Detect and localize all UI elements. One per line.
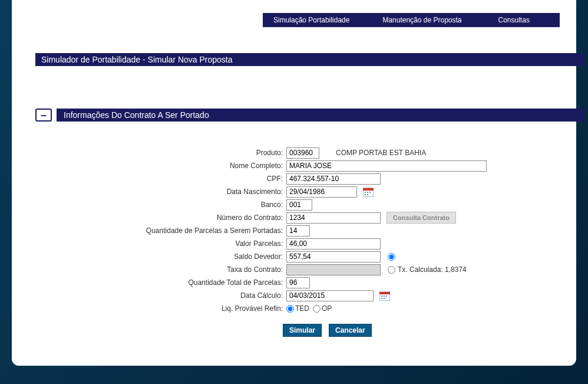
radio-tx-calculada-wrap[interactable]: Tx. Calculada: 1,8374 bbox=[388, 265, 467, 274]
radio-ted-wrap[interactable]: TED bbox=[286, 304, 309, 313]
label-num-contrato: Número do Contrato: bbox=[35, 214, 286, 222]
section-header: – Informações Do Contrato A Ser Portado bbox=[35, 108, 584, 122]
radio-tx-calculada[interactable] bbox=[388, 266, 395, 274]
input-saldo-devedor[interactable] bbox=[286, 251, 381, 262]
input-produto[interactable] bbox=[286, 147, 319, 159]
radio-saldo-devedor-option[interactable] bbox=[388, 253, 398, 261]
label-valor-parcelas: Valor Parcelas: bbox=[35, 239, 286, 248]
svg-rect-13 bbox=[384, 298, 385, 299]
label-produto: Produto: bbox=[35, 149, 286, 157]
svg-rect-1 bbox=[363, 188, 374, 191]
svg-rect-9 bbox=[381, 296, 382, 297]
svg-rect-11 bbox=[386, 296, 387, 297]
tx-calculada-label: Tx. Calculada: 1,8374 bbox=[398, 265, 467, 274]
input-num-contrato[interactable] bbox=[286, 212, 381, 224]
input-cpf[interactable] bbox=[286, 173, 381, 185]
produto-desc: COMP PORTAB EST BAHIA bbox=[336, 149, 426, 157]
input-data-nasc[interactable] bbox=[286, 186, 357, 198]
label-liq-provavel: Liq. Provável Refin: bbox=[35, 304, 286, 313]
liq-refin-group: TED OP bbox=[286, 304, 335, 313]
input-data-calculo[interactable] bbox=[286, 290, 374, 301]
cancelar-button[interactable]: Cancelar bbox=[329, 324, 372, 337]
radio-op[interactable] bbox=[313, 305, 321, 313]
svg-rect-3 bbox=[367, 192, 368, 193]
radio-saldo-devedor[interactable] bbox=[388, 253, 395, 261]
collapse-toggle[interactable]: – bbox=[35, 109, 52, 122]
radio-op-label: OP bbox=[322, 304, 332, 313]
input-taxa-contrato bbox=[286, 264, 381, 275]
input-valor-parcelas[interactable] bbox=[286, 238, 381, 250]
input-nome[interactable] bbox=[286, 160, 487, 172]
radio-ted-label: TED bbox=[295, 304, 309, 313]
form-area: Produto: COMP PORTAB EST BAHIA Nome Comp… bbox=[35, 146, 566, 315]
input-qtd-total-parcelas[interactable] bbox=[286, 277, 310, 288]
content-panel: Simulação Portabilidade Manutenção de Pr… bbox=[12, 0, 576, 366]
radio-ted[interactable] bbox=[286, 305, 294, 313]
label-banco: Banco: bbox=[35, 201, 286, 209]
simular-button[interactable]: Simular bbox=[283, 324, 322, 337]
label-data-calculo: Data Cálculo: bbox=[35, 291, 286, 300]
page-title: Simulador de Portabilidade - Simular Nov… bbox=[35, 53, 584, 66]
svg-rect-10 bbox=[384, 296, 385, 297]
label-taxa-contrato: Taxa do Contrato: bbox=[35, 265, 286, 274]
label-qtd-total-parcelas: Quantidade Total de Parcelas: bbox=[35, 278, 286, 287]
svg-rect-12 bbox=[381, 298, 382, 299]
top-menu: Simulação Portabilidade Manutenção de Pr… bbox=[263, 13, 560, 27]
input-banco[interactable] bbox=[286, 199, 312, 211]
app-frame: Simulação Portabilidade Manutenção de Pr… bbox=[0, 0, 588, 384]
svg-rect-4 bbox=[369, 192, 371, 193]
action-buttons: Simular Cancelar bbox=[283, 324, 372, 337]
calendar-icon[interactable] bbox=[379, 291, 390, 301]
svg-rect-5 bbox=[365, 194, 366, 195]
label-nome: Nome Completo: bbox=[35, 162, 286, 170]
radio-op-wrap[interactable]: OP bbox=[313, 304, 332, 313]
calendar-icon[interactable] bbox=[363, 187, 374, 197]
input-qtd-parc-portadas[interactable] bbox=[286, 225, 310, 237]
label-cpf: CPF: bbox=[35, 175, 286, 183]
svg-rect-2 bbox=[365, 192, 366, 193]
menu-simulacao[interactable]: Simulação Portabilidade bbox=[263, 16, 360, 24]
svg-rect-6 bbox=[367, 194, 368, 195]
menu-consultas[interactable]: Consultas bbox=[488, 16, 540, 24]
svg-rect-8 bbox=[379, 292, 390, 294]
label-data-nasc: Data Nascimento: bbox=[35, 188, 286, 196]
menu-manutencao[interactable]: Manutenção de Proposta bbox=[372, 16, 472, 24]
label-saldo-devedor: Saldo Devedor: bbox=[35, 252, 286, 261]
section-title: Informações Do Contrato A Ser Portado bbox=[57, 109, 584, 122]
label-qtd-parc-portadas: Quantidade de Parcelas a Serem Portadas: bbox=[35, 227, 286, 235]
consulta-contrato-button[interactable]: Consulta Contrato bbox=[387, 212, 456, 224]
